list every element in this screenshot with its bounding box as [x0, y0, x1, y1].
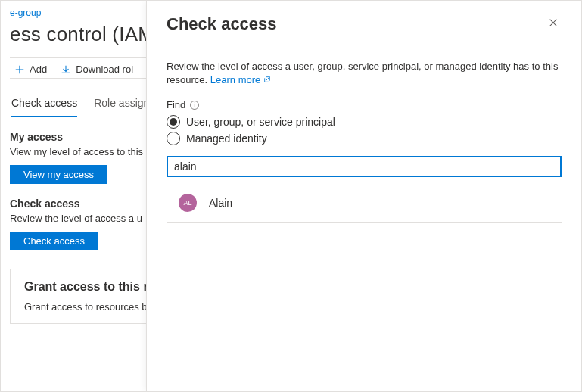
check-access-flyout: Check access Review the level of access … [146, 1, 581, 391]
breadcrumb-link[interactable]: e-group [10, 8, 41, 18]
radio-managed-identity[interactable]: Managed identity [167, 132, 562, 145]
add-button[interactable]: Add [14, 64, 47, 75]
radio-user-label: User, group, or service principal [186, 116, 335, 128]
add-label: Add [30, 64, 47, 75]
download-icon [61, 64, 71, 75]
flyout-title: Check access [167, 14, 277, 34]
info-icon[interactable]: i [190, 101, 199, 110]
search-result-name: Alain [209, 197, 232, 209]
radio-managed-label: Managed identity [186, 132, 267, 145]
radio-indicator-unchecked [167, 132, 180, 145]
find-radio-group: User, group, or service principal Manage… [167, 115, 562, 145]
learn-more-link[interactable]: Learn more [210, 74, 271, 86]
radio-user-group-sp[interactable]: User, group, or service principal [167, 115, 562, 129]
flyout-description: Review the level of access a user, group… [167, 60, 562, 87]
radio-indicator-checked [167, 115, 180, 129]
avatar: AL [179, 194, 197, 212]
tab-role-assignments[interactable]: Role assign [94, 92, 149, 117]
external-link-icon [263, 76, 271, 83]
find-label: Find i [167, 99, 562, 110]
check-access-button[interactable]: Check access [10, 232, 98, 250]
plus-icon [14, 64, 25, 75]
search-input[interactable] [167, 156, 562, 177]
find-label-text: Find [167, 99, 185, 110]
close-button[interactable] [545, 14, 562, 33]
close-icon [548, 17, 559, 28]
tab-check-access[interactable]: Check access [11, 92, 77, 117]
search-result-item[interactable]: AL Alain [167, 183, 562, 223]
download-label: Download rol [76, 64, 133, 75]
download-role-button[interactable]: Download rol [61, 64, 133, 75]
view-my-access-button[interactable]: View my access [10, 165, 107, 184]
